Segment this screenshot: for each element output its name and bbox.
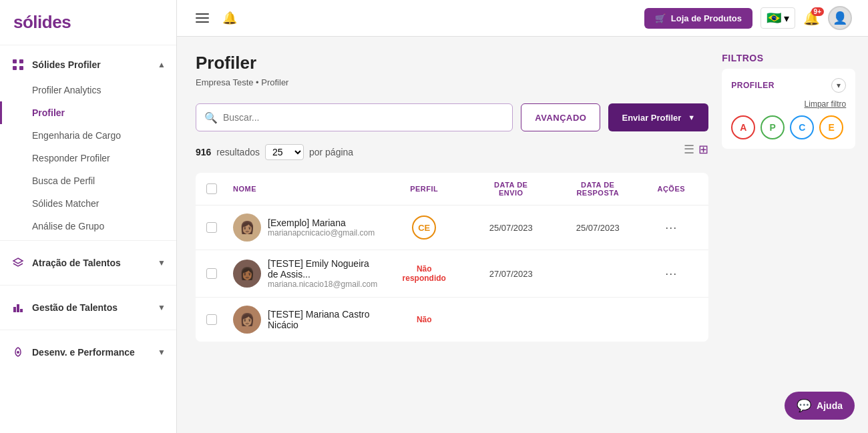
breadcrumb-company: Empresa Teste (196, 77, 253, 87)
person-avatar-2: 👩🏾 (233, 260, 261, 288)
not-responded-badge-2: Nãorespondido (403, 264, 446, 283)
row-checkbox-1[interactable] (206, 222, 217, 233)
filter-badge-a[interactable]: A (731, 115, 755, 139)
svg-rect-5 (17, 304, 19, 312)
filter-badge-e[interactable]: E (819, 115, 843, 139)
not-responded-badge-3: Não (417, 315, 432, 324)
header-check[interactable] (206, 183, 233, 194)
nav-section-desenv: Desenv. e Performance ▼ (0, 333, 176, 372)
select-all-checkbox[interactable] (206, 183, 217, 194)
filters-title: FILTROS (722, 53, 855, 63)
row-check-1[interactable] (206, 222, 233, 233)
sidebar-group-profiler-label: Sólides Profiler (32, 59, 101, 70)
nav-divider-2 (0, 285, 176, 286)
view-toggle: ☰ ⊞ (684, 142, 708, 157)
advanced-button[interactable]: AVANÇADO (521, 103, 600, 131)
sidebar-group-desenv[interactable]: Desenv. e Performance ▼ (0, 338, 176, 366)
profile-cell-3: Não (377, 315, 471, 324)
sidebar-item-profiler-label: Profiler (32, 107, 65, 118)
table-row: 👩🏾 [TESTE] Emily Nogueira de Assis... ma… (196, 250, 708, 298)
list-view-icon[interactable]: ☰ (684, 142, 694, 157)
breadcrumb-page: Profiler (261, 77, 288, 87)
filter-badges: A P C E (731, 115, 846, 139)
profile-badge-1: CE (412, 215, 436, 240)
logo-text: sólides (13, 12, 163, 33)
table-header: NOME PERFIL DATA DEENVIO DATA DERESPOSTA… (196, 173, 708, 205)
actions-cell-2: ··· (644, 267, 698, 281)
sidebar-item-profiler-analytics[interactable]: Profiler Analytics (0, 79, 176, 101)
notifications-button[interactable]: 🔔 9+ (803, 10, 820, 26)
sidebar-group-atracao[interactable]: Atração de Talentos ▼ (0, 249, 176, 277)
sidebar-item-responder-profiler[interactable]: Responder Profiler (0, 147, 176, 169)
col-header-data-envio: DATA DEENVIO (471, 181, 551, 197)
nav-divider-1 (0, 240, 176, 241)
date-sent-2: 27/07/2023 (471, 269, 551, 279)
per-page-select[interactable]: 25 50 100 (265, 144, 304, 160)
sidebar-item-analise-label: Análise de Grupo (32, 221, 104, 232)
sidebar-item-engenharia-de-cargo[interactable]: Engenharia de Cargo (0, 124, 176, 147)
language-selector[interactable]: 🇧🇷 ▾ (761, 7, 795, 29)
shop-button-label: Loja de Produtos (671, 13, 742, 23)
person-cell-3: 👩🏽 [TESTE] Mariana Castro Nicácio (233, 306, 377, 334)
person-cell-2: 👩🏾 [TESTE] Emily Nogueira de Assis... ma… (233, 258, 377, 289)
profile-cell-2: Nãorespondido (377, 264, 471, 283)
filters-panel: FILTROS PROFILER ▾ Limpar filtro A P C E (722, 53, 855, 417)
help-label: Ajuda (817, 400, 843, 411)
help-button[interactable]: 💬 Ajuda (785, 392, 855, 420)
sidebar-item-solides-matcher[interactable]: Sólides Matcher (0, 192, 176, 215)
dropdown-arrow-icon: ▼ (688, 113, 695, 121)
person-name-3: [TESTE] Mariana Castro Nicácio (268, 309, 377, 330)
sidebar-group-profiler[interactable]: Sólides Profiler ▲ (0, 51, 176, 79)
main-area: 🔔 🛒 Loja de Produtos 🇧🇷 ▾ 🔔 9+ 👤 Profile… (177, 0, 868, 433)
row-check-3[interactable] (206, 314, 233, 325)
col-header-nome: NOME (233, 185, 377, 193)
row-checkbox-2[interactable] (206, 268, 217, 279)
more-actions-button-1[interactable]: ··· (665, 221, 677, 235)
send-profiler-button[interactable]: Enviar Profiler ▼ (608, 103, 708, 131)
search-input[interactable] (223, 112, 504, 123)
filter-collapse-button[interactable]: ▾ (831, 78, 846, 93)
search-icon: 🔍 (204, 111, 218, 124)
sidebar: sólides Sólides Profiler ▲ (0, 0, 177, 433)
data-table: NOME PERFIL DATA DEENVIO DATA DERESPOSTA… (196, 173, 708, 342)
date-response-1: 25/07/2023 (551, 223, 644, 233)
row-checkbox-3[interactable] (206, 314, 217, 325)
results-row: 916 resultados 25 50 100 por página ☰ ⊞ (196, 142, 708, 162)
filter-badge-c[interactable]: C (790, 115, 814, 139)
chevron-down-icon-gestao: ▼ (158, 303, 166, 312)
chevron-down-icon-desenv: ▼ (158, 348, 166, 357)
person-name-2: [TESTE] Emily Nogueira de Assis... (268, 258, 377, 280)
chevron-up-icon: ▲ (158, 60, 166, 69)
person-email-1: marianapcnicacio@gmail.com (268, 228, 375, 238)
nav-divider-3 (0, 330, 176, 330)
sidebar-group-gestao[interactable]: Gestão de Talentos ▼ (0, 294, 176, 322)
content-area: Profiler Empresa Teste • Profiler 🔍 AVAN… (177, 37, 868, 433)
clear-filter-button[interactable]: Limpar filtro (731, 99, 846, 109)
actions-cell-1: ··· (644, 221, 698, 235)
grid-icon (11, 57, 25, 72)
row-check-2[interactable] (206, 268, 233, 279)
help-chat-icon: 💬 (797, 398, 811, 413)
filter-profiler-label: PROFILER (731, 81, 775, 90)
breadcrumb: Empresa Teste • Profiler (196, 77, 708, 87)
grid-view-icon[interactable]: ⊞ (698, 142, 708, 157)
table-row: 👩🏽 [TESTE] Mariana Castro Nicácio Não (196, 298, 708, 342)
filter-badge-p[interactable]: P (761, 115, 785, 139)
sidebar-group-desenv-label: Desenv. e Performance (32, 347, 135, 358)
svg-rect-2 (13, 66, 17, 70)
per-page-label: por página (309, 147, 353, 157)
language-chevron-icon: ▾ (784, 12, 789, 25)
notification-badge: 9+ (811, 7, 824, 16)
more-actions-button-2[interactable]: ··· (665, 267, 677, 281)
shop-button[interactable]: 🛒 Loja de Produtos (644, 8, 752, 29)
content-main: Profiler Empresa Teste • Profiler 🔍 AVAN… (196, 53, 708, 417)
hamburger-button[interactable] (193, 11, 212, 25)
sidebar-item-busca-de-perfil[interactable]: Busca de Perfil (0, 169, 176, 192)
flag-icon: 🇧🇷 (767, 11, 781, 25)
sidebar-item-profiler[interactable]: Profiler (0, 101, 176, 124)
sidebar-item-engenharia-label: Engenharia de Cargo (32, 130, 121, 141)
sidebar-item-analise-de-grupo[interactable]: Análise de Grupo (0, 215, 176, 238)
user-avatar[interactable]: 👤 (828, 6, 852, 30)
svg-rect-6 (20, 309, 23, 312)
svg-rect-0 (13, 59, 17, 63)
